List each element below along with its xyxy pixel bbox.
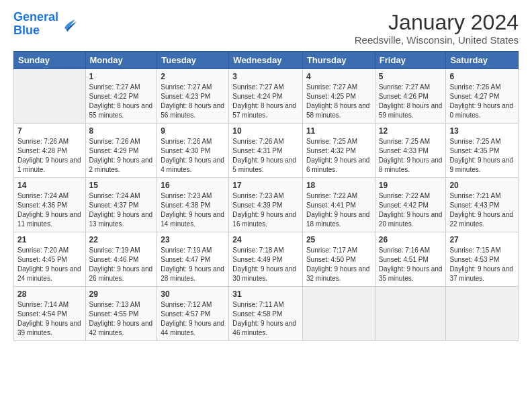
sunrise-label: Sunrise: 7:26 AM bbox=[449, 83, 500, 91]
sunset-label: Sunset: 4:31 PM bbox=[232, 147, 282, 154]
day-info: Sunrise: 7:27 AM Sunset: 4:23 PM Dayligh… bbox=[161, 83, 225, 120]
day-number: 25 bbox=[306, 235, 371, 244]
sunrise-label: Sunrise: 7:26 AM bbox=[17, 138, 69, 145]
day-info: Sunrise: 7:26 AM Sunset: 4:31 PM Dayligh… bbox=[232, 137, 299, 175]
day-info: Sunrise: 7:18 AM Sunset: 4:49 PM Dayligh… bbox=[232, 246, 299, 283]
sunset-label: Sunset: 4:27 PM bbox=[449, 93, 499, 100]
day-info: Sunrise: 7:26 AM Sunset: 4:29 PM Dayligh… bbox=[89, 137, 154, 175]
sunset-label: Sunset: 4:55 PM bbox=[89, 310, 139, 318]
sunset-label: Sunset: 4:22 PM bbox=[89, 93, 139, 100]
sunrise-label: Sunrise: 7:23 AM bbox=[161, 192, 212, 199]
sunrise-label: Sunrise: 7:19 AM bbox=[161, 246, 212, 254]
calendar-cell bbox=[14, 69, 86, 124]
daylight-label: Daylight: 9 hours and 9 minutes. bbox=[449, 156, 513, 173]
day-info: Sunrise: 7:11 AM Sunset: 4:58 PM Dayligh… bbox=[232, 300, 299, 338]
day-number: 24 bbox=[232, 235, 299, 244]
sunset-label: Sunset: 4:47 PM bbox=[161, 256, 210, 263]
calendar-cell: 2 Sunrise: 7:27 AM Sunset: 4:23 PM Dayli… bbox=[157, 69, 229, 124]
day-number: 4 bbox=[306, 72, 371, 81]
sunrise-label: Sunrise: 7:27 AM bbox=[306, 83, 357, 91]
daylight-label: Daylight: 8 hours and 55 minutes. bbox=[89, 102, 153, 119]
sunrise-label: Sunrise: 7:22 AM bbox=[306, 192, 357, 199]
calendar-cell: 30 Sunrise: 7:12 AM Sunset: 4:57 PM Dayl… bbox=[157, 287, 229, 341]
day-info: Sunrise: 7:25 AM Sunset: 4:33 PM Dayligh… bbox=[379, 137, 443, 175]
sunrise-label: Sunrise: 7:27 AM bbox=[379, 83, 430, 91]
daylight-label: Daylight: 9 hours and 42 minutes. bbox=[89, 320, 153, 336]
sunset-label: Sunset: 4:53 PM bbox=[449, 256, 499, 263]
day-header-wednesday: Wednesday bbox=[229, 52, 303, 69]
sunset-label: Sunset: 4:32 PM bbox=[306, 147, 356, 154]
day-number: 23 bbox=[161, 235, 225, 244]
calendar-cell: 5 Sunrise: 7:27 AM Sunset: 4:26 PM Dayli… bbox=[375, 69, 446, 124]
calendar-cell: 15 Sunrise: 7:24 AM Sunset: 4:37 PM Dayl… bbox=[85, 178, 157, 232]
sunset-label: Sunset: 4:25 PM bbox=[306, 93, 356, 100]
day-number: 5 bbox=[379, 72, 443, 81]
logo: General Blue bbox=[13, 11, 79, 38]
day-number: 29 bbox=[89, 289, 154, 299]
sunset-label: Sunset: 4:49 PM bbox=[232, 256, 282, 263]
sunset-label: Sunset: 4:54 PM bbox=[17, 310, 67, 318]
day-info: Sunrise: 7:26 AM Sunset: 4:27 PM Dayligh… bbox=[449, 83, 515, 120]
day-number: 12 bbox=[379, 126, 443, 136]
daylight-label: Daylight: 9 hours and 20 minutes. bbox=[379, 211, 443, 228]
day-number: 15 bbox=[89, 181, 154, 190]
sunrise-label: Sunrise: 7:16 AM bbox=[379, 246, 430, 254]
daylight-label: Daylight: 9 hours and 46 minutes. bbox=[232, 320, 296, 336]
day-info: Sunrise: 7:17 AM Sunset: 4:50 PM Dayligh… bbox=[306, 246, 371, 283]
sunrise-label: Sunrise: 7:27 AM bbox=[232, 83, 283, 91]
daylight-label: Daylight: 9 hours and 16 minutes. bbox=[232, 211, 296, 228]
day-number: 26 bbox=[379, 235, 443, 244]
calendar-cell: 24 Sunrise: 7:18 AM Sunset: 4:49 PM Dayl… bbox=[229, 232, 303, 287]
day-info: Sunrise: 7:23 AM Sunset: 4:39 PM Dayligh… bbox=[232, 191, 299, 229]
sunrise-label: Sunrise: 7:11 AM bbox=[232, 301, 283, 308]
sunset-label: Sunset: 4:26 PM bbox=[379, 93, 429, 100]
calendar-cell: 27 Sunrise: 7:15 AM Sunset: 4:53 PM Dayl… bbox=[446, 232, 519, 287]
daylight-label: Daylight: 9 hours and 22 minutes. bbox=[449, 211, 513, 228]
day-number: 9 bbox=[161, 126, 225, 136]
sunrise-label: Sunrise: 7:27 AM bbox=[89, 83, 140, 91]
sunset-label: Sunset: 4:36 PM bbox=[17, 201, 67, 209]
sunset-label: Sunset: 4:45 PM bbox=[17, 256, 67, 263]
calendar-cell: 1 Sunrise: 7:27 AM Sunset: 4:22 PM Dayli… bbox=[85, 69, 157, 124]
day-info: Sunrise: 7:15 AM Sunset: 4:53 PM Dayligh… bbox=[449, 246, 515, 283]
daylight-label: Daylight: 9 hours and 39 minutes. bbox=[17, 320, 81, 336]
sunset-label: Sunset: 4:42 PM bbox=[379, 201, 429, 209]
calendar-cell: 19 Sunrise: 7:22 AM Sunset: 4:42 PM Dayl… bbox=[375, 178, 446, 232]
calendar-week-row: 28 Sunrise: 7:14 AM Sunset: 4:54 PM Dayl… bbox=[14, 287, 519, 341]
daylight-label: Daylight: 9 hours and 37 minutes. bbox=[449, 265, 513, 282]
daylight-label: Daylight: 9 hours and 0 minutes. bbox=[449, 102, 513, 119]
day-info: Sunrise: 7:27 AM Sunset: 4:24 PM Dayligh… bbox=[232, 83, 299, 120]
daylight-label: Daylight: 8 hours and 59 minutes. bbox=[379, 102, 443, 119]
sunrise-label: Sunrise: 7:22 AM bbox=[379, 192, 430, 199]
daylight-label: Daylight: 9 hours and 32 minutes. bbox=[306, 265, 370, 282]
day-number: 7 bbox=[17, 126, 82, 136]
day-number: 22 bbox=[89, 235, 154, 244]
daylight-label: Daylight: 8 hours and 57 minutes. bbox=[232, 102, 296, 119]
day-info: Sunrise: 7:19 AM Sunset: 4:46 PM Dayligh… bbox=[89, 246, 154, 283]
day-info: Sunrise: 7:24 AM Sunset: 4:36 PM Dayligh… bbox=[17, 191, 82, 229]
sunset-label: Sunset: 4:50 PM bbox=[306, 256, 356, 263]
sunset-label: Sunset: 4:28 PM bbox=[17, 147, 67, 154]
calendar-cell: 8 Sunrise: 7:26 AM Sunset: 4:29 PM Dayli… bbox=[85, 124, 157, 178]
day-number: 11 bbox=[306, 126, 371, 136]
sunrise-label: Sunrise: 7:25 AM bbox=[306, 138, 357, 145]
day-info: Sunrise: 7:27 AM Sunset: 4:25 PM Dayligh… bbox=[306, 83, 371, 120]
day-number: 13 bbox=[449, 126, 515, 136]
calendar-cell: 29 Sunrise: 7:13 AM Sunset: 4:55 PM Dayl… bbox=[85, 287, 157, 341]
header: General Blue January 2024 Reedsville, Wi… bbox=[13, 11, 519, 46]
day-header-friday: Friday bbox=[375, 52, 446, 69]
sunrise-label: Sunrise: 7:21 AM bbox=[449, 192, 500, 199]
sunset-label: Sunset: 4:29 PM bbox=[89, 147, 139, 154]
sunrise-label: Sunrise: 7:26 AM bbox=[161, 138, 212, 145]
calendar-cell: 22 Sunrise: 7:19 AM Sunset: 4:46 PM Dayl… bbox=[85, 232, 157, 287]
day-number: 28 bbox=[17, 289, 82, 299]
page-title: January 2024 bbox=[355, 11, 519, 34]
daylight-label: Daylight: 8 hours and 56 minutes. bbox=[161, 102, 224, 119]
sunset-label: Sunset: 4:51 PM bbox=[379, 256, 429, 263]
calendar-week-row: 7 Sunrise: 7:26 AM Sunset: 4:28 PM Dayli… bbox=[14, 124, 519, 178]
day-info: Sunrise: 7:26 AM Sunset: 4:28 PM Dayligh… bbox=[17, 137, 82, 175]
daylight-label: Daylight: 9 hours and 11 minutes. bbox=[17, 211, 81, 228]
day-number: 30 bbox=[161, 289, 225, 299]
daylight-label: Daylight: 9 hours and 44 minutes. bbox=[161, 320, 224, 336]
sunset-label: Sunset: 4:33 PM bbox=[379, 147, 429, 154]
